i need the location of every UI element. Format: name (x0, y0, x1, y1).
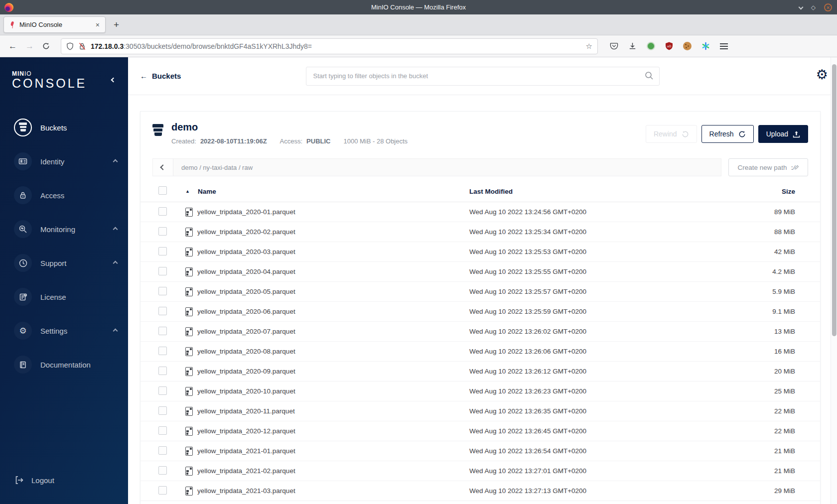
object-name[interactable]: yellow_tripdata_2020-07.parquet (197, 328, 295, 335)
url-text[interactable]: 172.18.0.3:30503/buckets/demo/browse/bnk… (91, 42, 586, 50)
url-bar[interactable]: 172.18.0.3:30503/buckets/demo/browse/bnk… (61, 38, 598, 54)
ublock-origin-icon[interactable]: uO (665, 42, 673, 50)
refresh-button[interactable]: Refresh (701, 125, 754, 143)
cookie-extension-icon[interactable] (683, 42, 692, 50)
forward-button[interactable]: → (25, 41, 34, 51)
table-row[interactable]: yellow_tripdata_2021-01.parquet Wed Aug … (140, 441, 820, 461)
settings-expand-icon[interactable] (113, 328, 118, 333)
table-row[interactable]: yellow_tripdata_2021-03.parquet Wed Aug … (140, 481, 820, 501)
object-name[interactable]: yellow_tripdata_2020-12.parquet (197, 427, 295, 435)
shield-permissions-icon[interactable] (66, 42, 74, 50)
table-row[interactable]: yellow_tripdata_2020-07.parquet Wed Aug … (140, 322, 820, 342)
select-all-checkbox[interactable] (158, 186, 167, 195)
new-tab-button[interactable]: + (114, 19, 119, 30)
sidebar-item-access[interactable]: Access (0, 178, 128, 212)
sidebar-item-logout[interactable]: Logout (0, 470, 128, 490)
object-name[interactable]: yellow_tripdata_2020-06.parquet (197, 308, 295, 315)
object-name[interactable]: yellow_tripdata_2020-10.parquet (197, 387, 295, 395)
search-icon (645, 71, 654, 80)
page-scrollbar-thumb[interactable] (832, 64, 837, 336)
object-name[interactable]: yellow_tripdata_2020-02.parquet (197, 228, 295, 236)
reload-button[interactable] (42, 42, 50, 50)
create-new-path-button[interactable]: Create new path :∕ (728, 158, 808, 176)
sidebar: MINIO CONSOLE Buckets Identity (0, 57, 128, 504)
extension-asterisk-icon[interactable] (701, 42, 710, 50)
downloads-icon[interactable] (628, 42, 637, 50)
row-checkbox[interactable] (158, 426, 167, 435)
object-name[interactable]: yellow_tripdata_2020-01.parquet (197, 208, 295, 216)
table-row[interactable]: yellow_tripdata_2020-11.parquet Wed Aug … (140, 401, 820, 421)
object-name[interactable]: yellow_tripdata_2021-02.parquet (197, 467, 295, 475)
column-last-modified[interactable]: Last Modified (469, 188, 733, 195)
row-checkbox[interactable] (158, 486, 167, 495)
object-name[interactable]: yellow_tripdata_2021-03.parquet (197, 487, 295, 495)
row-checkbox[interactable] (158, 307, 167, 315)
row-checkbox[interactable] (158, 367, 167, 375)
row-checkbox[interactable] (158, 267, 167, 275)
table-row[interactable]: yellow_tripdata_2020-06.parquet Wed Aug … (140, 302, 820, 322)
upload-button[interactable]: Upload (758, 125, 808, 143)
row-checkbox[interactable] (158, 287, 167, 295)
row-checkbox[interactable] (158, 207, 167, 216)
identity-expand-icon[interactable] (113, 159, 118, 164)
column-name[interactable]: Name (198, 188, 216, 195)
page-scrollbar[interactable] (831, 57, 837, 504)
back-button[interactable]: ← (8, 41, 17, 51)
path-back-button[interactable] (153, 159, 173, 176)
table-row[interactable]: yellow_tripdata_2020-04.parquet Wed Aug … (140, 262, 820, 282)
row-checkbox[interactable] (158, 347, 167, 355)
window-minimize-icon[interactable] (798, 5, 803, 10)
extension-green-icon[interactable] (647, 42, 655, 50)
row-checkbox[interactable] (158, 327, 167, 335)
row-checkbox[interactable] (158, 247, 167, 255)
object-name[interactable]: yellow_tripdata_2020-11.parquet (197, 407, 295, 415)
pocket-icon[interactable] (610, 42, 618, 50)
row-checkbox[interactable] (158, 386, 167, 395)
back-to-buckets-link[interactable]: ← Buckets (140, 72, 181, 80)
object-name[interactable]: yellow_tripdata_2020-08.parquet (197, 348, 295, 355)
tab-close-icon[interactable]: × (95, 21, 101, 29)
table-row[interactable]: yellow_tripdata_2020-09.parquet Wed Aug … (140, 362, 820, 381)
browser-tab[interactable]: MinIO Console × (3, 16, 106, 33)
object-name[interactable]: yellow_tripdata_2020-03.parquet (197, 248, 295, 255)
support-expand-icon[interactable] (113, 260, 118, 265)
sidebar-item-identity[interactable]: Identity (0, 144, 128, 178)
table-row[interactable]: yellow_tripdata_2020-02.parquet Wed Aug … (140, 222, 820, 242)
rewind-button[interactable]: Rewind (646, 125, 697, 143)
object-name[interactable]: yellow_tripdata_2020-05.parquet (197, 288, 295, 295)
window-close-icon[interactable]: × (824, 3, 832, 11)
sidebar-item-monitoring[interactable]: Monitoring (0, 212, 128, 246)
object-name[interactable]: yellow_tripdata_2021-01.parquet (197, 447, 295, 455)
object-file-icon (185, 367, 193, 376)
console-settings-gear-icon[interactable]: ⚙ (816, 68, 828, 82)
table-row[interactable]: yellow_tripdata_2020-12.parquet Wed Aug … (140, 421, 820, 441)
table-row[interactable]: yellow_tripdata_2020-10.parquet Wed Aug … (140, 381, 820, 401)
table-row[interactable]: yellow_tripdata_2020-05.parquet Wed Aug … (140, 282, 820, 302)
row-checkbox[interactable] (158, 406, 167, 415)
menu-hamburger-icon[interactable] (720, 43, 728, 49)
table-row[interactable]: yellow_tripdata_2020-08.parquet Wed Aug … (140, 342, 820, 362)
sidebar-item-documentation[interactable]: Documentation (0, 348, 128, 381)
monitoring-expand-icon[interactable] (113, 227, 118, 232)
insecure-lock-icon[interactable] (78, 42, 86, 50)
row-checkbox[interactable] (158, 466, 167, 475)
sort-asc-icon[interactable]: ▲ (185, 189, 190, 194)
sidebar-item-support[interactable]: Support (0, 246, 128, 280)
object-name[interactable]: yellow_tripdata_2020-09.parquet (197, 368, 295, 375)
table-row[interactable]: yellow_tripdata_2020-01.parquet Wed Aug … (140, 202, 820, 222)
table-row[interactable]: yellow_tripdata_2021-02.parquet Wed Aug … (140, 461, 820, 481)
object-name[interactable]: yellow_tripdata_2020-04.parquet (197, 268, 295, 275)
sidebar-item-buckets[interactable]: Buckets (0, 111, 128, 144)
back-label: Buckets (152, 72, 181, 80)
sidebar-item-license[interactable]: License (0, 280, 128, 314)
filter-objects-input[interactable] (306, 67, 660, 86)
breadcrumb[interactable]: demo / ny-taxi-data / raw (181, 164, 253, 171)
row-checkbox[interactable] (158, 446, 167, 455)
window-maximize-icon[interactable]: ◇ (811, 4, 816, 11)
sidebar-item-settings[interactable]: ⚙ Settings (0, 314, 128, 348)
column-size[interactable]: Size (733, 188, 795, 195)
sidebar-label: Support (40, 259, 114, 267)
row-checkbox[interactable] (158, 227, 167, 236)
table-row[interactable]: yellow_tripdata_2020-03.parquet Wed Aug … (140, 242, 820, 262)
bookmark-star-icon[interactable]: ☆ (586, 42, 592, 51)
